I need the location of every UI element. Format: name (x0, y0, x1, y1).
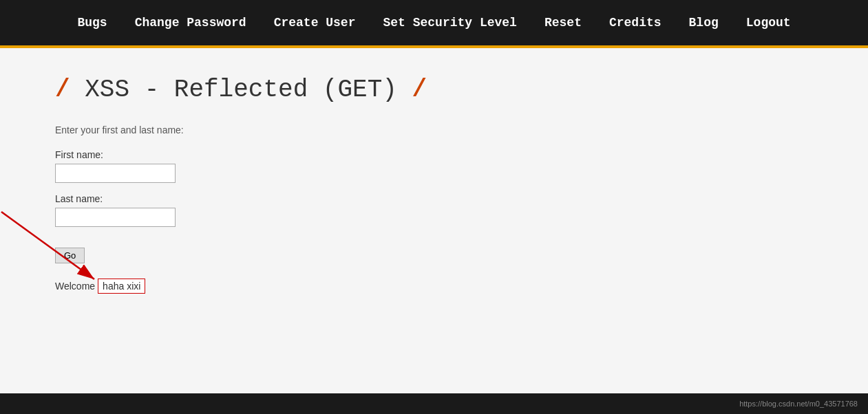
nav-logout[interactable]: Logout (746, 16, 791, 30)
nav-set-security-level[interactable]: Set Security Level (383, 16, 516, 30)
footer: https://blog.csdn.net/m0_43571768 (0, 393, 868, 414)
footer-url: https://blog.csdn.net/m0_43571768 (739, 400, 858, 408)
page-title: / XSS - Reflected (GET) / (55, 76, 813, 104)
slash-left: / (55, 76, 70, 104)
last-name-label: Last name: (55, 193, 813, 204)
main-navigation: Bugs Change Password Create User Set Sec… (0, 0, 868, 48)
last-name-group: Last name: (55, 193, 813, 227)
first-name-label: First name: (55, 149, 813, 160)
nav-bugs[interactable]: Bugs (77, 16, 107, 30)
nav-change-password[interactable]: Change Password (135, 16, 246, 30)
nav-blog[interactable]: Blog (689, 16, 719, 30)
go-button[interactable]: Go (55, 248, 85, 263)
welcome-section: Welcome haha xixi (55, 281, 813, 292)
slash-right: / (412, 76, 427, 104)
nav-create-user[interactable]: Create User (274, 16, 356, 30)
arrow-container: haha xixi (98, 281, 145, 292)
nav-reset[interactable]: Reset (544, 16, 582, 30)
first-name-input[interactable] (55, 164, 176, 183)
nav-credits[interactable]: Credits (609, 16, 661, 30)
last-name-input[interactable] (55, 208, 176, 227)
main-content: / XSS - Reflected (GET) / Enter your fir… (0, 48, 868, 393)
welcome-label: Welcome (55, 281, 95, 292)
welcome-value: haha xixi (98, 279, 145, 294)
form-description: Enter your first and last name: (55, 124, 813, 135)
first-name-group: First name: (55, 149, 813, 183)
